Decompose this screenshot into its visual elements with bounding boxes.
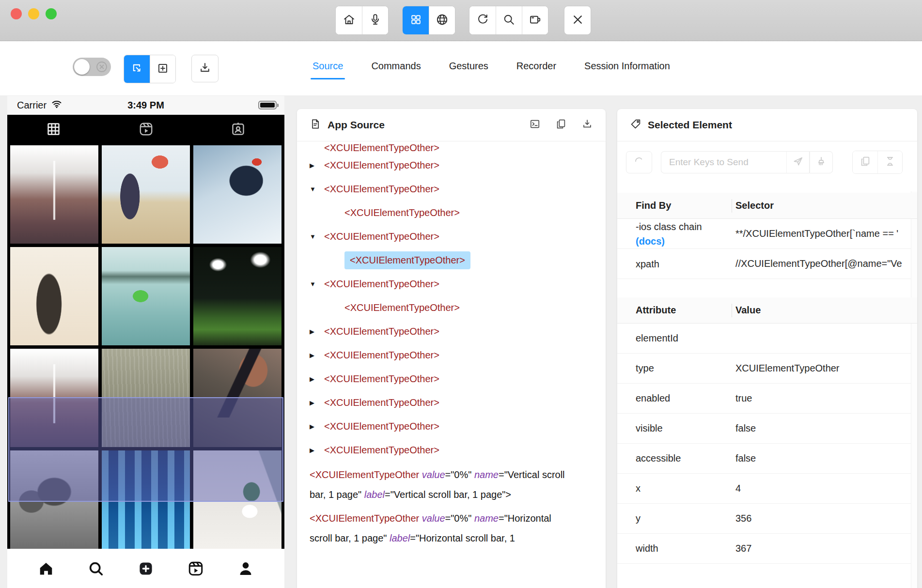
source-tree-row[interactable]: ▶<XCUIElementTypeOther> <box>310 320 606 343</box>
nav-reels-icon[interactable] <box>186 559 205 578</box>
nav-search-icon[interactable] <box>86 559 106 578</box>
nav-home-icon[interactable] <box>36 559 56 578</box>
photo-running-track-foggy[interactable] <box>10 349 98 447</box>
selected-source-node[interactable]: <XCUIElementTypeOther> <box>344 251 470 269</box>
clear-button[interactable] <box>810 151 833 173</box>
caret-down-icon[interactable]: ▼ <box>310 186 324 193</box>
source-node[interactable]: <XCUIElementTypeOther> <box>324 397 439 408</box>
photo-server-racks[interactable] <box>102 450 190 549</box>
source-node[interactable]: <XCUIElementTypeOther> <box>324 279 439 290</box>
caret-right-icon[interactable]: ▶ <box>310 352 324 359</box>
source-node[interactable]: <XCUIElementTypeOther> <box>324 142 439 154</box>
select-elements-button[interactable] <box>124 55 150 83</box>
wait-button[interactable] <box>877 151 902 173</box>
source-tree-row[interactable]: ▶<XCUIElementTypeOther> <box>310 391 606 415</box>
tab-recorder[interactable]: Recorder <box>516 61 556 79</box>
toggle-knob <box>74 59 90 75</box>
screen-recording-button[interactable] <box>522 6 548 34</box>
caret-right-icon[interactable]: ▶ <box>310 162 324 169</box>
photo-desk-with-plant[interactable] <box>193 450 281 549</box>
photo-baseball-stadium-night[interactable] <box>193 247 281 345</box>
source-tree-row[interactable]: ▼<XCUIElementTypeOther> <box>310 177 606 201</box>
copy-icon[interactable] <box>555 118 567 132</box>
source-node[interactable]: <XCUIElementTypeOther> <box>324 231 439 242</box>
download-screenshot-button[interactable] <box>191 55 219 82</box>
source-tree-row[interactable]: ▼<XCUIElementTypeOther> <box>310 225 606 248</box>
send-keys-button[interactable] <box>786 151 810 173</box>
search-button[interactable] <box>496 6 522 34</box>
source-tree-row[interactable]: ▶<XCUIElementTypeOther> <box>310 154 606 177</box>
download-source-icon[interactable] <box>581 118 593 132</box>
refresh-button[interactable] <box>469 6 496 34</box>
reels-tab[interactable] <box>100 115 192 145</box>
source-tree-row[interactable]: ▶<XCUIElementTypeOther> <box>310 438 606 462</box>
globe-button[interactable] <box>429 6 455 34</box>
panel-scrollbar[interactable] <box>911 191 917 588</box>
source-node[interactable]: <XCUIElementTypeOther> <box>324 326 439 337</box>
photo-skier[interactable] <box>193 145 281 244</box>
source-tree-row[interactable]: ▶<XCUIElementTypeOther> <box>310 367 606 391</box>
caret-down-icon[interactable]: ▼ <box>310 233 324 240</box>
grid-tab[interactable] <box>7 115 100 145</box>
tab-session-information[interactable]: Session Information <box>584 61 670 79</box>
photo-grass-closeup[interactable] <box>102 349 190 447</box>
source-node[interactable]: <XCUIElementTypeOther> <box>324 421 439 432</box>
tab-commands[interactable]: Commands <box>371 61 421 79</box>
xml-text: ="0%" <box>445 513 474 524</box>
copy-attributes-button[interactable] <box>853 151 877 173</box>
terminal-icon[interactable] <box>529 118 541 132</box>
app-grid-button[interactable] <box>403 6 429 34</box>
microphone-button[interactable] <box>362 6 388 34</box>
nav-profile-icon[interactable] <box>236 559 255 578</box>
attribute-row: x4 <box>617 474 917 504</box>
source-node[interactable]: <XCUIElementTypeOther> <box>324 184 439 195</box>
source-node[interactable]: <XCUIElementTypeOther> <box>324 373 439 385</box>
swipe-by-coordinates-button[interactable] <box>150 55 175 83</box>
source-node[interactable]: <XCUIElementTypeOther> <box>324 350 439 361</box>
xml-attribute-name: label <box>390 533 410 543</box>
source-tree-row[interactable]: <XCUIElementTypeOther> <box>310 296 606 320</box>
source-node[interactable]: <XCUIElementTypeOther> <box>324 445 439 456</box>
xml-text: ="Vertical scroll bar, 1 page"> <box>385 489 511 500</box>
caret-down-icon[interactable]: ▼ <box>310 280 324 288</box>
source-node[interactable]: <XCUIElementTypeOther> <box>344 207 460 218</box>
source-xml-line[interactable]: <XCUIElementTypeOther value="0%" name="V… <box>310 465 575 505</box>
photo-open-water-swimmer[interactable] <box>102 247 190 345</box>
caret-right-icon[interactable]: ▶ <box>310 375 324 383</box>
tab-gestures[interactable]: Gestures <box>449 61 488 79</box>
photo-running-track[interactable] <box>10 145 98 244</box>
photo-barbell-lift[interactable] <box>193 349 281 447</box>
source-tree-row[interactable]: <XCUIElementTypeOther> <box>310 141 606 154</box>
source-tree-row[interactable]: ▶<XCUIElementTypeOther> <box>310 343 606 367</box>
tap-element-button[interactable] <box>626 151 652 173</box>
minimize-window-button[interactable] <box>28 8 39 19</box>
find-by-row: xpath//XCUIElementTypeOther[@name="Ve <box>617 249 917 279</box>
screenshot-interaction-toggle[interactable] <box>73 58 111 76</box>
source-tree-row[interactable]: <XCUIElementTypeOther> <box>310 248 606 272</box>
app-source-header: App Source <box>297 109 606 141</box>
caret-right-icon[interactable]: ▶ <box>310 423 324 430</box>
source-tree-row[interactable]: ▶<XCUIElementTypeOther> <box>310 415 606 438</box>
docs-link[interactable]: (docs) <box>636 234 732 248</box>
device-screenshot[interactable]: Carrier 3:49 PM <box>7 96 284 588</box>
source-node[interactable]: <XCUIElementTypeOther> <box>344 302 460 313</box>
source-tree-row[interactable]: <XCUIElementTypeOther> <box>310 201 606 225</box>
close-session-button[interactable] <box>564 6 591 34</box>
source-node[interactable]: <XCUIElementTypeOther> <box>324 160 439 171</box>
tagged-tab[interactable] <box>192 115 284 145</box>
source-tree-row[interactable]: ▼<XCUIElementTypeOther> <box>310 272 606 296</box>
caret-right-icon[interactable]: ▶ <box>310 399 324 406</box>
nav-new-post-icon[interactable] <box>136 559 156 578</box>
home-button[interactable] <box>336 6 362 34</box>
photo-sprinters-start[interactable] <box>10 450 98 549</box>
source-xml-line[interactable]: <XCUIElementTypeOther value="0%" name="H… <box>310 509 575 548</box>
caret-right-icon[interactable]: ▶ <box>310 447 324 454</box>
send-keys-input[interactable] <box>661 151 786 173</box>
xml-attribute-name: value <box>422 513 445 524</box>
caret-right-icon[interactable]: ▶ <box>310 328 324 335</box>
photo-basketball-dunk[interactable] <box>10 247 98 345</box>
zoom-window-button[interactable] <box>46 8 57 19</box>
tab-source[interactable]: Source <box>313 61 343 79</box>
photo-outdoor-basketball[interactable] <box>102 145 190 244</box>
close-window-button[interactable] <box>11 8 22 19</box>
